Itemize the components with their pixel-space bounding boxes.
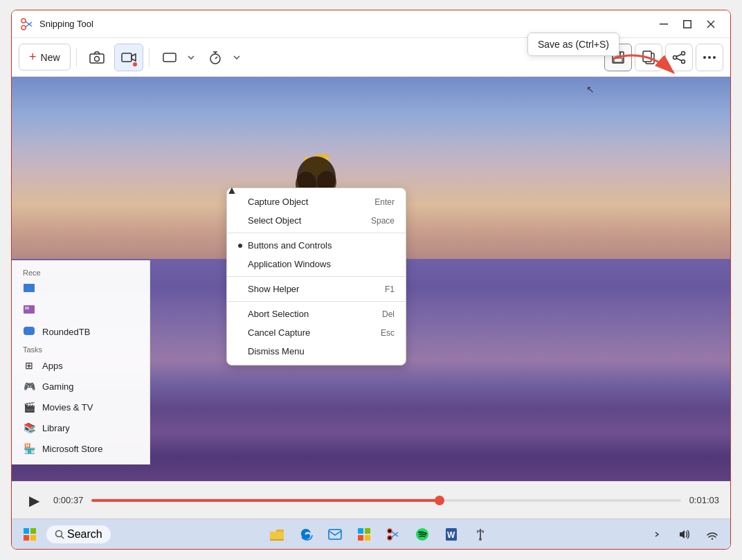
select-object-label: Select Object	[248, 215, 301, 226]
svg-rect-40	[24, 327, 35, 335]
usb-button[interactable]	[468, 522, 493, 547]
context-menu-sep-1	[227, 233, 406, 233]
snipping-tool-taskbar[interactable]	[381, 522, 406, 547]
svg-rect-39	[25, 307, 29, 309]
network-button[interactable]	[700, 522, 725, 547]
tray-chevron-button[interactable]	[644, 522, 669, 547]
apps-icon: ⊞	[23, 360, 35, 371]
search-icon	[55, 530, 64, 539]
context-menu[interactable]: Capture Object Enter Select Object Space…	[226, 188, 406, 365]
close-button[interactable]	[700, 15, 722, 34]
svg-rect-42	[30, 528, 36, 534]
file-explorer-button[interactable]	[264, 522, 289, 547]
svg-line-57	[392, 532, 398, 537]
dismiss-menu-label: Dismiss Menu	[248, 346, 305, 356]
abort-selection-shortcut: Del	[382, 309, 395, 319]
context-menu-item-abort[interactable]: Abort Selection Del	[227, 305, 406, 323]
svg-point-45	[56, 530, 62, 536]
buttons-controls-label: Buttons and Controls	[248, 240, 332, 251]
shape-button[interactable]	[155, 44, 184, 71]
share-button[interactable]	[665, 44, 693, 71]
svg-rect-22	[643, 51, 651, 62]
mail-button[interactable]	[323, 522, 347, 547]
svg-line-46	[62, 536, 64, 539]
svg-text:W: W	[447, 530, 455, 540]
recents-label: Rece	[12, 266, 150, 278]
svg-point-28	[703, 56, 706, 59]
sidebar-item-snip1[interactable]	[12, 278, 150, 300]
context-menu-item-cancel[interactable]: Cancel Capture Esc	[227, 323, 406, 342]
svg-point-25	[673, 55, 677, 59]
svg-point-55	[388, 536, 392, 540]
svg-rect-38	[24, 305, 35, 314]
capture-object-label: Capture Object	[248, 197, 308, 207]
play-button[interactable]: ▶	[23, 489, 45, 512]
window-controls	[653, 15, 722, 34]
spotify-button[interactable]	[410, 522, 435, 547]
scrubber-track[interactable]	[91, 499, 680, 502]
context-menu-item-helper[interactable]: Show Helper F1	[227, 280, 406, 298]
svg-point-30	[713, 56, 716, 59]
more-options-button[interactable]	[696, 44, 723, 71]
capture-object-shortcut: Enter	[374, 197, 395, 207]
apps-label: Apps	[42, 361, 63, 371]
context-menu-item-buttons[interactable]: Buttons and Controls	[227, 236, 406, 255]
content-area: ▲ Capture Object Enter Select Object Spa…	[12, 77, 730, 481]
svg-rect-49	[329, 530, 341, 539]
library-label: Library	[42, 423, 70, 433]
toolbar: + New	[12, 38, 730, 77]
timer-dropdown-button[interactable]	[230, 44, 244, 71]
taskbar-search[interactable]: Search	[46, 525, 111, 543]
app-icon	[20, 17, 34, 31]
svg-point-29	[708, 56, 711, 59]
sidebar-item-library[interactable]: 📚 Library	[12, 417, 150, 438]
sidebar-item-roundedtb[interactable]: RoundedTB	[12, 321, 150, 343]
select-object-shortcut: Space	[371, 216, 395, 226]
svg-rect-52	[358, 535, 363, 541]
svg-rect-44	[30, 535, 36, 541]
sidebar-item-gaming[interactable]: 🎮 Gaming	[12, 376, 150, 397]
minimize-button[interactable]	[653, 15, 675, 34]
start-button[interactable]	[17, 522, 42, 547]
sidebar-item-apps[interactable]: ⊞ Apps	[12, 355, 150, 376]
camera-mode-button[interactable]	[82, 44, 111, 71]
separator-2	[149, 48, 150, 67]
sidebar-item-movies[interactable]: 🎬 Movies & TV	[12, 397, 150, 417]
library-icon: 📚	[23, 422, 35, 433]
svg-point-1	[21, 26, 26, 30]
svg-line-27	[676, 58, 682, 61]
sidebar-item-store[interactable]: 🏪 Microsoft Store	[12, 438, 150, 459]
snip1-icon	[23, 283, 35, 295]
toolbar-right: Save as (Ctrl+S)	[604, 44, 723, 71]
camera-mode-group	[82, 44, 111, 71]
shape-dropdown-button[interactable]	[184, 44, 198, 71]
video-controls: ▶ 0:00:37 0:01:03	[12, 481, 730, 518]
word-button[interactable]: W	[439, 522, 464, 547]
store-label: Microsoft Store	[42, 444, 102, 454]
svg-point-62	[479, 538, 482, 541]
scrubber-thumb[interactable]	[435, 496, 444, 505]
gaming-icon: 🎮	[23, 381, 35, 392]
svg-rect-19	[614, 58, 622, 62]
context-menu-item-select[interactable]: Select Object Space	[227, 211, 406, 230]
maximize-button[interactable]	[676, 15, 698, 34]
separator-1	[76, 48, 77, 67]
volume-button[interactable]	[672, 522, 697, 547]
sidebar-item-snip2[interactable]	[12, 300, 150, 321]
timer-button[interactable]	[201, 44, 230, 71]
context-menu-item-dismiss[interactable]: Dismiss Menu	[227, 342, 406, 361]
bullet-indicator	[238, 244, 242, 248]
context-menu-item-capture[interactable]: Capture Object Enter	[227, 192, 406, 211]
edge-button[interactable]	[293, 522, 318, 547]
cancel-capture-shortcut: Esc	[381, 328, 395, 338]
play-icon: ▶	[29, 492, 39, 509]
context-menu-item-windows[interactable]: Application Windows	[227, 255, 406, 273]
new-button[interactable]: + New	[19, 44, 71, 71]
video-mode-group	[114, 44, 143, 71]
ms-store-taskbar-button[interactable]	[352, 522, 377, 547]
svg-rect-10	[122, 53, 132, 62]
taskbar-center: W	[115, 522, 643, 547]
video-mode-button[interactable]	[114, 44, 143, 71]
svg-rect-37	[24, 284, 35, 292]
copy-button[interactable]	[635, 44, 662, 71]
